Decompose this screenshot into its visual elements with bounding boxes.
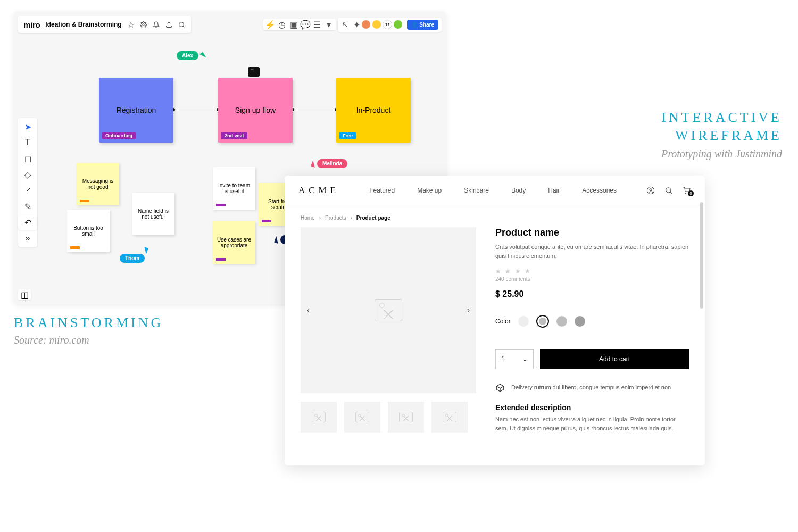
delivery-text: Delivery rutrum dui libero, congue tempu… xyxy=(511,383,671,392)
breadcrumb-current: Product page xyxy=(356,215,390,221)
nav-item[interactable]: Make up xyxy=(417,187,442,194)
comment-bubble-icon[interactable] xyxy=(248,67,260,77)
product-price: $ 25.90 xyxy=(495,289,689,299)
svg-point-6 xyxy=(666,187,671,192)
cursor-pointer-icon xyxy=(311,160,317,167)
sticky-note[interactable]: Name field is not useful xyxy=(132,193,174,235)
cart-badge: 0 xyxy=(688,190,694,196)
chevron-down-icon: ⌄ xyxy=(522,355,528,363)
card-label: Registration xyxy=(117,106,156,114)
rating-stars[interactable]: ★ ★ ★ ★ xyxy=(495,268,689,275)
extended-desc-text: Nam nec est non lectus viverra aliquet n… xyxy=(495,415,689,433)
acme-wireframe: ACME Featured Make up Skincare Body Hair… xyxy=(285,176,705,466)
svg-line-7 xyxy=(670,192,672,193)
breadcrumb-item[interactable]: Home xyxy=(301,215,315,221)
user-cursor-thom: Thom xyxy=(120,254,145,263)
color-swatch-selected[interactable] xyxy=(536,315,549,328)
caption-wireframe-sub: Prototyping with Justinmind xyxy=(661,148,782,160)
image-placeholder-icon xyxy=(375,299,402,321)
add-to-cart-button[interactable]: Add to cart xyxy=(540,349,689,369)
image-placeholder-icon xyxy=(443,412,456,422)
user-cursor-alex: Alex xyxy=(177,51,206,60)
sticky-tag xyxy=(80,200,89,202)
color-swatch[interactable] xyxy=(575,316,585,327)
product-body: ‹ › Product name Cras volutpat congue an… xyxy=(285,227,705,443)
color-swatch[interactable] xyxy=(556,316,567,327)
nav-item[interactable]: Featured xyxy=(369,187,395,194)
image-placeholder-icon xyxy=(355,412,369,422)
cart-icon[interactable]: 0 xyxy=(683,186,691,195)
sticky-tag xyxy=(216,258,226,261)
gallery-next[interactable]: › xyxy=(463,301,474,319)
sticky-tag xyxy=(262,220,271,222)
product-gallery: ‹ › xyxy=(301,227,476,433)
caption-brainstorm-source: Source: miro.com xyxy=(14,334,89,346)
search-icon[interactable] xyxy=(664,186,673,195)
sticky-tag xyxy=(70,246,80,249)
user-cursor-melinda: Melinda xyxy=(312,159,347,168)
nav-item[interactable]: Accessories xyxy=(582,187,617,194)
cursor-pointer-icon xyxy=(274,236,280,243)
card-registration[interactable]: Registration Onboarding xyxy=(99,78,173,143)
sticky-note[interactable]: Invite to team is useful xyxy=(213,167,255,210)
acme-nav: Featured Make up Skincare Body Hair Acce… xyxy=(363,187,623,194)
card-label: Sign up flow xyxy=(235,106,276,114)
scrollbar[interactable] xyxy=(700,202,703,309)
nav-item[interactable]: Hair xyxy=(548,187,560,194)
product-details: Product name Cras volutpat congue ante, … xyxy=(495,227,689,433)
breadcrumb: Home › Products › Product page xyxy=(285,205,705,227)
sticky-note[interactable]: Use cases are appropriate xyxy=(213,221,255,264)
comment-count[interactable]: 240 comments xyxy=(495,276,689,282)
header-icons: 0 xyxy=(646,186,691,195)
thumbnail[interactable] xyxy=(301,402,337,433)
caption-wireframe-2: WIREFRAME xyxy=(675,128,782,144)
card-tag: Onboarding xyxy=(102,132,136,139)
acme-logo: ACME xyxy=(298,185,339,196)
card-tag: 2nd visit xyxy=(221,132,247,139)
quantity-select[interactable]: 1⌄ xyxy=(495,349,534,369)
svg-point-5 xyxy=(650,188,652,190)
svg-point-4 xyxy=(647,187,654,194)
caption-brainstorming: BRAINSTORMING xyxy=(14,315,163,331)
acme-header: ACME Featured Make up Skincare Body Hair… xyxy=(285,176,705,205)
caption-wireframe-1: INTERACTIVE xyxy=(661,110,782,126)
card-label: In-Product xyxy=(356,106,391,114)
extended-desc-heading: Extended description xyxy=(495,403,689,412)
product-description: Cras volutpat congue ante, eu ornare sem… xyxy=(495,243,689,260)
chevron-right-icon: › xyxy=(319,215,321,221)
cart-row: 1⌄ Add to cart xyxy=(495,349,689,369)
thumbnail[interactable] xyxy=(388,402,424,433)
breadcrumb-item[interactable]: Products xyxy=(325,215,346,221)
color-label: Color xyxy=(495,318,511,325)
product-name: Product name xyxy=(495,227,689,238)
thumbnail[interactable] xyxy=(431,402,468,433)
image-placeholder-icon xyxy=(312,412,326,422)
gallery-thumbnails xyxy=(301,402,476,433)
delivery-info: Delivery rutrum dui libero, congue tempu… xyxy=(495,383,689,393)
sticky-note[interactable]: Messaging is not good xyxy=(77,163,119,205)
sticky-note[interactable]: Button is too small xyxy=(67,210,110,252)
connector[interactable] xyxy=(293,110,336,110)
card-inproduct[interactable]: In-Product Free xyxy=(336,78,411,143)
card-signup[interactable]: Sign up flow 2nd visit xyxy=(218,78,293,143)
cursor-pointer-icon xyxy=(142,247,148,254)
thumbnail[interactable] xyxy=(344,402,380,433)
nav-item[interactable]: Body xyxy=(511,187,526,194)
cursor-pointer-icon xyxy=(200,52,206,59)
sticky-tag xyxy=(216,204,226,206)
gallery-prev[interactable]: ‹ xyxy=(303,301,314,319)
product-main-image: ‹ › xyxy=(301,227,476,393)
chevron-right-icon: › xyxy=(351,215,352,221)
connector[interactable] xyxy=(173,110,218,110)
svg-point-8 xyxy=(685,193,686,193)
card-tag: Free xyxy=(339,132,356,139)
color-selector: Color xyxy=(495,315,689,328)
color-swatch[interactable] xyxy=(518,316,529,327)
nav-item[interactable]: Skincare xyxy=(464,187,489,194)
package-icon xyxy=(495,383,505,393)
image-placeholder-icon xyxy=(399,412,413,422)
user-icon[interactable] xyxy=(646,186,655,195)
